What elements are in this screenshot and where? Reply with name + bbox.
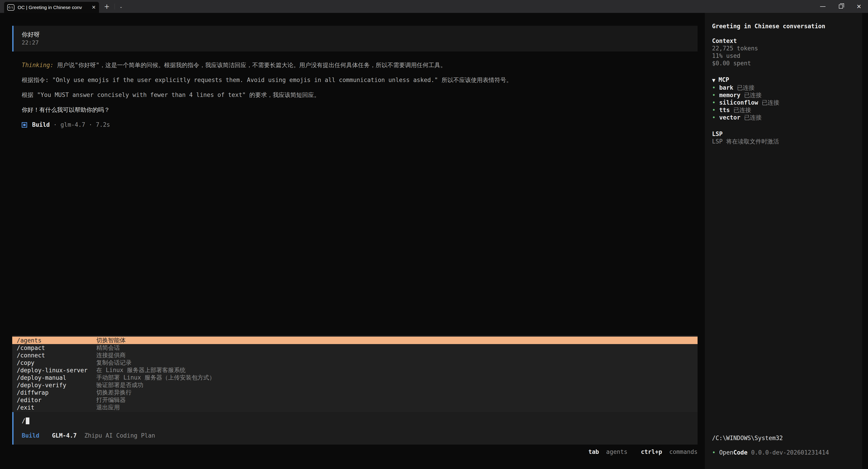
collapse-triangle-icon: ▼ <box>712 78 715 83</box>
close-icon: ✕ <box>857 3 862 10</box>
assistant-response: 你好！有什么我可以帮助你的吗？ <box>22 106 691 114</box>
status-dot-icon: • <box>712 107 716 113</box>
tab-title: OC | Greeting in Chinese conv <box>18 5 90 10</box>
command-palette-row[interactable]: /exit 退出应用 <box>12 404 698 411</box>
command-palette-row[interactable]: /deploy-manual 手动部署 Linux 服务器（上传安装包方式） <box>12 374 698 381</box>
tab-separator <box>115 4 115 9</box>
mcp-server-name: siliconflow <box>719 99 758 106</box>
command-name: /exit <box>12 404 96 411</box>
command-palette-row[interactable]: /deploy-verify 验证部署是否成功 <box>12 381 698 389</box>
command-description: 退出应用 <box>96 403 120 411</box>
agent-mode: Build <box>22 432 39 439</box>
assistant-output: Thinking: 用户说"你好呀"，这是一个简单的问候。根据我的指令，我应该简… <box>22 62 691 129</box>
working-directory: /C:\WINDOWS\System32 <box>712 434 783 442</box>
thinking-text-1: 用户说"你好呀"，这是一个简单的问候。根据我的指令，我应该简洁回应，不需要长篇大… <box>57 62 446 68</box>
chat-area: 你好呀 22:27 Thinking: 用户说"你好呀"，这是一个简单的问候。根… <box>0 13 705 469</box>
command-palette-row[interactable]: /connect 连接提供商 <box>12 351 698 359</box>
command-name: /deploy-linux-server <box>12 367 96 374</box>
status-dot-icon: • <box>712 99 716 106</box>
tab-close-icon[interactable]: ✕ <box>92 4 96 10</box>
command-palette-row[interactable]: /agents 切换智能体 <box>12 337 698 344</box>
app-name-code: Code <box>733 449 747 456</box>
command-description: 在 Linux 服务器上部署客服系统 <box>96 366 186 374</box>
prompt-input[interactable]: / <box>22 417 698 425</box>
mcp-server-status: 已连接 <box>762 99 779 106</box>
status-dot-icon: • <box>712 92 716 99</box>
mcp-item: •siliconflow已连接 <box>712 99 862 106</box>
status-dot-icon: • <box>712 114 716 121</box>
app-version-line: •OpenCode0.0.0-dev-202601231414 <box>712 449 829 456</box>
minimize-button[interactable] <box>814 0 832 13</box>
mcp-section: ▼MCP •bark已连接 •memory已连接 •siliconflow已连接 <box>712 76 862 121</box>
mcp-server-status: 已连接 <box>744 92 762 99</box>
context-spent: $0.00 spent <box>712 60 862 67</box>
command-description: 手动部署 Linux 服务器（上传安装包方式） <box>96 374 215 381</box>
status-dot-icon: • <box>712 84 716 91</box>
command-description: 切换差异换行 <box>96 389 131 397</box>
context-used: 11% used <box>712 52 862 60</box>
command-description: 连接提供商 <box>96 351 126 359</box>
command-palette-row[interactable]: /compact 精简会话 <box>12 344 698 351</box>
command-description: 验证部署是否成功 <box>96 381 143 389</box>
mcp-server-status: 已连接 <box>744 114 762 121</box>
user-message-time: 22:27 <box>22 39 698 46</box>
command-palette-row[interactable]: /diffwrap 切换差异换行 <box>12 389 698 396</box>
terminal-icon: C:\ <box>7 4 14 11</box>
mcp-list: •bark已连接 •memory已连接 •siliconflow已连接 •tts… <box>712 84 862 121</box>
mcp-item: •tts已连接 <box>712 106 862 114</box>
mcp-header[interactable]: ▼MCP <box>712 76 862 84</box>
command-description: 打开编辑器 <box>96 396 126 404</box>
command-name: /connect <box>12 352 96 359</box>
app-name-open: Open <box>719 449 734 456</box>
close-button[interactable]: ✕ <box>850 0 868 13</box>
keyboard-hints: tab agents ctrl+p commands <box>588 448 698 455</box>
restore-icon <box>839 4 843 8</box>
agent-model: GLM-4.7 <box>52 432 77 439</box>
context-section: Context 22,725 tokens 11% used $0.00 spe… <box>712 37 862 67</box>
mcp-server-status: 已连接 <box>734 107 751 113</box>
hint-label-agents: agents <box>606 448 627 455</box>
hint-key-tab: tab <box>588 448 599 455</box>
window-edge <box>862 13 868 469</box>
command-palette-row[interactable]: /deploy-linux-server 在 Linux 服务器上部署客服系统 <box>12 366 698 374</box>
hint-commands: ctrl+p commands <box>641 448 698 455</box>
command-palette-row[interactable]: /copy 复制会话记录 <box>12 359 698 366</box>
app-version: 0.0.0-dev-202601231414 <box>751 449 829 456</box>
command-name: /diffwrap <box>12 389 96 396</box>
mcp-item: •memory已连接 <box>712 92 862 99</box>
command-description: 精简会话 <box>96 344 120 352</box>
status-dot-icon: • <box>712 449 716 456</box>
command-name: /deploy-verify <box>12 382 96 389</box>
prompt-input-panel[interactable]: / Build GLM-4.7 Zhipu AI Coding Plan <box>12 412 698 445</box>
command-description: 切换智能体 <box>96 336 126 344</box>
command-name: /editor <box>12 397 96 403</box>
command-palette-row[interactable]: /editor 打开编辑器 <box>12 396 698 404</box>
thinking-paragraph-3: 根据 "You MUST answer concisely with fewer… <box>22 91 691 99</box>
build-agent-icon <box>22 122 27 128</box>
mcp-server-name: bark <box>719 84 734 91</box>
new-tab-icon[interactable]: + <box>104 2 110 10</box>
lsp-heading: LSP <box>712 130 862 138</box>
prompt-input-value: / <box>22 417 25 425</box>
command-palette: /agents 切换智能体 /compact 精简会话 /connect 连接提… <box>12 335 698 412</box>
restore-button[interactable] <box>832 0 850 13</box>
chevron-down-icon[interactable]: ⌄ <box>119 4 123 9</box>
hint-key-ctrl-p: ctrl+p <box>641 448 662 455</box>
session-sidebar: Greeting in Chinese conversation Context… <box>705 13 862 469</box>
session-title: Greeting in Chinese conversation <box>712 23 862 30</box>
hint-agents: tab agents <box>588 448 631 455</box>
build-meta: · glm-4.7 · 7.2s <box>53 121 110 129</box>
context-tokens: 22,725 tokens <box>712 45 862 52</box>
agent-plan: Zhipu AI Coding Plan <box>84 432 155 439</box>
lsp-note: LSP 将在读取文件时激活 <box>712 138 862 145</box>
mcp-heading: MCP <box>719 76 729 83</box>
minimize-icon <box>820 6 826 7</box>
window-controls: ✕ <box>814 0 868 13</box>
context-heading: Context <box>712 37 862 45</box>
mcp-item: •bark已连接 <box>712 84 862 92</box>
terminal-tab[interactable]: C:\ OC | Greeting in Chinese conv ✕ <box>4 2 99 13</box>
text-cursor <box>26 417 29 424</box>
build-agent-name: Build <box>32 121 50 129</box>
build-status-line: Build · glm-4.7 · 7.2s <box>22 121 691 129</box>
lsp-section: LSP LSP 将在读取文件时激活 <box>712 130 862 145</box>
